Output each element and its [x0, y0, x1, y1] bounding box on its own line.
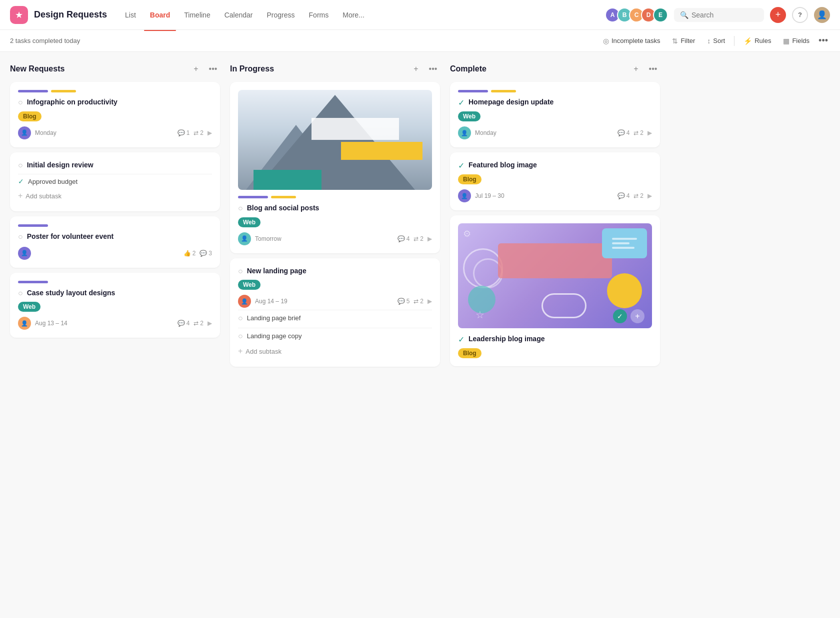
subtask-count-7: ⇄ 2: [634, 129, 644, 136]
subtask-check-6a: ○: [238, 314, 243, 323]
column-more-button-in-progress[interactable]: •••: [426, 62, 440, 76]
subtask-icon-1: ⇄: [194, 129, 198, 136]
card-title-9[interactable]: Leadership blog image: [468, 334, 544, 344]
tasks-status: 2 tasks completed today: [10, 37, 598, 44]
card-title-6[interactable]: New landing page: [247, 266, 306, 276]
card-title-1[interactable]: Infographic on productivity: [27, 97, 118, 107]
rules-button[interactable]: ⚡ Rules: [738, 34, 776, 47]
add-subtask-1[interactable]: + Add subtask: [18, 188, 212, 203]
expand-arrow-5[interactable]: ▶: [428, 235, 432, 242]
subtask-text-6a: Landing page brief: [247, 314, 301, 322]
column-add-button-in-progress[interactable]: +: [409, 62, 423, 76]
badge-blog-1[interactable]: Blog: [18, 111, 42, 121]
help-button[interactable]: ?: [792, 7, 808, 23]
tab-list[interactable]: List: [119, 8, 142, 22]
column-header-new-requests: New Requests + •••: [10, 62, 220, 76]
rules-label: Rules: [754, 37, 771, 44]
fields-label: Fields: [792, 37, 810, 44]
tab-forms[interactable]: Forms: [303, 8, 335, 22]
search-icon: 🔍: [680, 11, 688, 19]
comment-num-5: 4: [406, 235, 410, 242]
tag-purple-1: [18, 90, 48, 92]
tab-board[interactable]: Board: [144, 8, 176, 22]
dp-yellow-circle: [607, 273, 642, 308]
add-subtask-6[interactable]: + Add subtask: [238, 344, 432, 359]
card-title-4[interactable]: Case study layout designs: [27, 288, 116, 298]
card-title-2[interactable]: Initial design review: [27, 160, 94, 170]
card-title-8[interactable]: Featured blog image: [468, 160, 537, 170]
dp-blue-rect: [602, 228, 647, 258]
dp-check-button[interactable]: ✓: [613, 309, 627, 323]
card-footer-1: 👤 Monday 💬 1 ⇄ 2 ▶: [18, 126, 212, 139]
column-add-button-new-requests[interactable]: +: [189, 62, 203, 76]
toolbar-divider-1: [734, 36, 734, 46]
subtask-num-8: 2: [640, 192, 644, 199]
filter-label: Filter: [680, 37, 695, 44]
comment-icon-7: 💬: [618, 129, 625, 136]
badge-web-6[interactable]: Web: [238, 280, 260, 290]
card-title-7[interactable]: Homepage design update: [468, 97, 554, 107]
dp-plus-button[interactable]: +: [630, 309, 644, 323]
badge-web-5[interactable]: Web: [238, 217, 260, 227]
incomplete-tasks-button[interactable]: ◎ Incomplete tasks: [598, 34, 666, 47]
subtask-text-1: Approved budget: [28, 178, 78, 185]
card-date-6: Aug 14 – 19: [255, 298, 394, 305]
tab-more[interactable]: More...: [336, 8, 370, 22]
card-title-row-7: ✓ Homepage design update: [458, 97, 652, 107]
add-button[interactable]: +: [770, 7, 786, 23]
search-box[interactable]: 🔍: [674, 8, 764, 22]
expand-arrow-6[interactable]: ▶: [428, 298, 432, 305]
badge-web-4[interactable]: Web: [18, 302, 40, 312]
expand-arrow-7[interactable]: ▶: [648, 129, 652, 136]
badge-web-7[interactable]: Web: [458, 111, 480, 121]
card-date-5: Tomorrow: [255, 235, 394, 242]
tag-purple-4: [18, 281, 48, 283]
card-title-3[interactable]: Poster for volunteer event: [27, 232, 114, 242]
card-footer-8: 👤 Jul 19 – 30 💬 4 ⇄ 2 ▶: [458, 189, 652, 202]
column-add-button-complete[interactable]: +: [629, 62, 643, 76]
tab-calendar[interactable]: Calendar: [218, 8, 259, 22]
card-design-review: ○ Initial design review ✓ Approved budge…: [10, 152, 220, 212]
card-tags-4: [18, 281, 212, 283]
user-avatar[interactable]: 👤: [814, 7, 830, 23]
card-meta-4: 💬 4 ⇄ 2 ▶: [178, 320, 212, 327]
header-right: A B C D E 🔍 + ? 👤: [605, 7, 830, 23]
expand-arrow-4[interactable]: ▶: [208, 320, 212, 327]
more-options-button[interactable]: •••: [816, 33, 830, 48]
card-footer-6: 👤 Aug 14 – 19 💬 5 ⇄ 2 ▶: [238, 295, 432, 308]
sort-button[interactable]: ↕ Sort: [702, 34, 730, 47]
card-leadership-blog: ☆ ✓ + ⚙ ✓ Leadership blog image Blog: [450, 215, 660, 366]
search-input[interactable]: [692, 11, 758, 19]
badge-blog-8[interactable]: Blog: [458, 174, 482, 184]
dp-line-2: [612, 242, 630, 244]
dp-gear-icon: ⚙: [463, 228, 471, 239]
overlay-white: [312, 118, 399, 140]
subtask-num-5: 2: [420, 235, 424, 242]
comment-count-8: 💬 4: [618, 192, 630, 199]
fields-button[interactable]: ▦ Fields: [778, 34, 814, 47]
badge-blog-9[interactable]: Blog: [458, 348, 482, 358]
comment-num-4: 4: [186, 320, 190, 327]
card-avatar-3: 👤: [18, 247, 31, 260]
subtask-row-6b: ○ Landing page copy: [238, 328, 432, 344]
expand-arrow-1[interactable]: ▶: [208, 129, 212, 136]
column-more-button-new-requests[interactable]: •••: [206, 62, 220, 76]
tab-timeline[interactable]: Timeline: [178, 8, 216, 22]
filter-button[interactable]: ⇅ Filter: [667, 34, 700, 47]
add-subtask-label-1: Add subtask: [26, 192, 62, 200]
card-footer-3: 👤 👍 2 💬 3: [18, 247, 212, 260]
comment-icon-3: 💬: [200, 250, 207, 257]
comment-count-7: 💬 4: [618, 129, 630, 136]
dp-lines-group: [608, 234, 641, 253]
card-avatar-1: 👤: [18, 126, 31, 139]
check-icon-8: ✓: [458, 161, 464, 170]
comment-count-1: 💬 1: [178, 129, 190, 136]
card-title-5[interactable]: Blog and social posts: [247, 203, 320, 213]
dp-line-3: [612, 247, 634, 249]
subtask-check-1: ✓: [18, 177, 24, 185]
column-more-button-complete[interactable]: •••: [646, 62, 660, 76]
subtask-icon-4: ⇄: [194, 320, 198, 327]
tab-progress[interactable]: Progress: [261, 8, 301, 22]
tag-purple-7: [458, 90, 488, 92]
expand-arrow-8[interactable]: ▶: [648, 192, 652, 199]
